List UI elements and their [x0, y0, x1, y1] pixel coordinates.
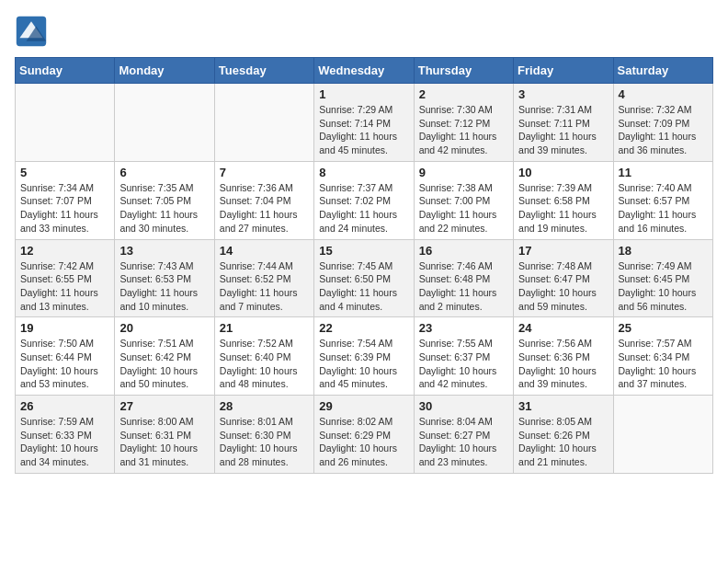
day-number: 15: [319, 244, 408, 258]
day-info: Sunrise: 7:34 AM Sunset: 7:07 PM Dayligh…: [20, 181, 109, 236]
day-number: 16: [419, 244, 508, 258]
calendar-cell: 24Sunrise: 7:56 AM Sunset: 6:36 PM Dayli…: [514, 317, 613, 396]
day-number: 5: [20, 166, 109, 179]
calendar-cell: 23Sunrise: 7:55 AM Sunset: 6:37 PM Dayli…: [414, 317, 513, 396]
calendar: SundayMondayTuesdayWednesdayThursdayFrid…: [15, 57, 713, 474]
day-info: Sunrise: 7:45 AM Sunset: 6:50 PM Dayligh…: [319, 259, 408, 314]
day-number: 17: [518, 244, 608, 258]
calendar-cell: 27Sunrise: 8:00 AM Sunset: 6:31 PM Dayli…: [115, 396, 214, 474]
day-info: Sunrise: 7:51 AM Sunset: 6:42 PM Dayligh…: [119, 337, 209, 391]
calendar-cell: 19Sunrise: 7:50 AM Sunset: 6:44 PM Dayli…: [16, 317, 115, 396]
day-info: Sunrise: 7:31 AM Sunset: 7:11 PM Dayligh…: [518, 103, 608, 157]
calendar-cell: 28Sunrise: 8:01 AM Sunset: 6:30 PM Dayli…: [214, 396, 313, 474]
day-info: Sunrise: 7:57 AM Sunset: 6:34 PM Dayligh…: [619, 337, 708, 391]
day-number: 8: [319, 166, 408, 179]
day-info: Sunrise: 8:05 AM Sunset: 6:26 PM Dayligh…: [518, 415, 608, 469]
day-number: 25: [619, 321, 708, 335]
day-number: 31: [518, 399, 608, 413]
day-number: 14: [220, 244, 309, 258]
day-number: 3: [518, 87, 608, 101]
day-info: Sunrise: 7:49 AM Sunset: 6:45 PM Dayligh…: [619, 259, 708, 314]
day-info: Sunrise: 7:32 AM Sunset: 7:09 PM Dayligh…: [619, 103, 708, 157]
day-info: Sunrise: 7:35 AM Sunset: 7:05 PM Dayligh…: [119, 181, 209, 236]
calendar-cell: 2Sunrise: 7:30 AM Sunset: 7:12 PM Daylig…: [414, 84, 513, 162]
day-number: 26: [20, 399, 109, 413]
calendar-cell: 22Sunrise: 7:54 AM Sunset: 6:39 PM Dayli…: [314, 317, 414, 396]
day-number: 27: [119, 399, 209, 413]
day-info: Sunrise: 7:36 AM Sunset: 7:04 PM Dayligh…: [220, 181, 309, 236]
day-number: 7: [220, 166, 309, 179]
day-info: Sunrise: 7:30 AM Sunset: 7:12 PM Dayligh…: [419, 103, 508, 157]
day-info: Sunrise: 8:00 AM Sunset: 6:31 PM Dayligh…: [119, 415, 209, 469]
day-number: 18: [619, 244, 708, 258]
calendar-dow-monday: Monday: [115, 58, 214, 84]
calendar-dow-tuesday: Tuesday: [214, 58, 313, 84]
day-info: Sunrise: 7:56 AM Sunset: 6:36 PM Dayligh…: [518, 337, 608, 391]
calendar-cell: 15Sunrise: 7:45 AM Sunset: 6:50 PM Dayli…: [314, 239, 414, 317]
day-number: 4: [619, 87, 708, 101]
calendar-week-row: 12Sunrise: 7:42 AM Sunset: 6:55 PM Dayli…: [16, 239, 713, 317]
calendar-cell: 1Sunrise: 7:29 AM Sunset: 7:14 PM Daylig…: [314, 84, 414, 162]
calendar-cell: 10Sunrise: 7:39 AM Sunset: 6:58 PM Dayli…: [514, 161, 613, 239]
calendar-cell: 25Sunrise: 7:57 AM Sunset: 6:34 PM Dayli…: [613, 317, 712, 396]
calendar-cell: 4Sunrise: 7:32 AM Sunset: 7:09 PM Daylig…: [613, 84, 712, 162]
calendar-dow-saturday: Saturday: [613, 58, 712, 84]
day-info: Sunrise: 7:40 AM Sunset: 6:57 PM Dayligh…: [619, 181, 708, 236]
day-number: 1: [319, 87, 408, 101]
logo: [15, 15, 51, 48]
day-info: Sunrise: 7:48 AM Sunset: 6:47 PM Dayligh…: [518, 259, 608, 314]
day-info: Sunrise: 7:59 AM Sunset: 6:33 PM Dayligh…: [20, 415, 109, 469]
day-info: Sunrise: 7:44 AM Sunset: 6:52 PM Dayligh…: [220, 259, 309, 314]
day-info: Sunrise: 7:37 AM Sunset: 7:02 PM Dayligh…: [319, 181, 408, 236]
day-info: Sunrise: 8:04 AM Sunset: 6:27 PM Dayligh…: [419, 415, 508, 469]
calendar-cell: 30Sunrise: 8:04 AM Sunset: 6:27 PM Dayli…: [414, 396, 513, 474]
day-number: 24: [518, 321, 608, 335]
calendar-cell: 3Sunrise: 7:31 AM Sunset: 7:11 PM Daylig…: [514, 84, 613, 162]
calendar-cell: 11Sunrise: 7:40 AM Sunset: 6:57 PM Dayli…: [613, 161, 712, 239]
day-number: 11: [619, 166, 708, 179]
day-number: 13: [119, 244, 209, 258]
logo-icon: [15, 15, 48, 48]
day-info: Sunrise: 7:54 AM Sunset: 6:39 PM Dayligh…: [319, 337, 408, 391]
day-info: Sunrise: 8:02 AM Sunset: 6:29 PM Dayligh…: [319, 415, 408, 469]
day-number: 9: [419, 166, 508, 179]
day-info: Sunrise: 7:43 AM Sunset: 6:53 PM Dayligh…: [119, 259, 209, 314]
calendar-cell: 8Sunrise: 7:37 AM Sunset: 7:02 PM Daylig…: [314, 161, 414, 239]
day-number: 29: [319, 399, 408, 413]
calendar-week-row: 1Sunrise: 7:29 AM Sunset: 7:14 PM Daylig…: [16, 84, 713, 162]
day-info: Sunrise: 7:42 AM Sunset: 6:55 PM Dayligh…: [20, 259, 109, 314]
day-info: Sunrise: 7:50 AM Sunset: 6:44 PM Dayligh…: [20, 337, 109, 391]
calendar-header-row: SundayMondayTuesdayWednesdayThursdayFrid…: [16, 58, 713, 84]
calendar-cell: 18Sunrise: 7:49 AM Sunset: 6:45 PM Dayli…: [613, 239, 712, 317]
day-number: 6: [119, 166, 209, 179]
calendar-cell: [613, 396, 712, 474]
calendar-cell: 9Sunrise: 7:38 AM Sunset: 7:00 PM Daylig…: [414, 161, 513, 239]
day-info: Sunrise: 7:46 AM Sunset: 6:48 PM Dayligh…: [419, 259, 508, 314]
calendar-cell: [16, 84, 115, 162]
calendar-week-row: 5Sunrise: 7:34 AM Sunset: 7:07 PM Daylig…: [16, 161, 713, 239]
calendar-cell: 7Sunrise: 7:36 AM Sunset: 7:04 PM Daylig…: [214, 161, 313, 239]
day-info: Sunrise: 7:38 AM Sunset: 7:00 PM Dayligh…: [419, 181, 508, 236]
calendar-cell: 26Sunrise: 7:59 AM Sunset: 6:33 PM Dayli…: [16, 396, 115, 474]
day-number: 10: [518, 166, 608, 179]
calendar-dow-sunday: Sunday: [16, 58, 115, 84]
calendar-cell: 16Sunrise: 7:46 AM Sunset: 6:48 PM Dayli…: [414, 239, 513, 317]
day-info: Sunrise: 7:39 AM Sunset: 6:58 PM Dayligh…: [518, 181, 608, 236]
day-number: 30: [419, 399, 508, 413]
day-number: 12: [20, 244, 109, 258]
day-number: 22: [319, 321, 408, 335]
calendar-cell: 21Sunrise: 7:52 AM Sunset: 6:40 PM Dayli…: [214, 317, 313, 396]
day-number: 20: [119, 321, 209, 335]
calendar-cell: 20Sunrise: 7:51 AM Sunset: 6:42 PM Dayli…: [115, 317, 214, 396]
day-number: 19: [20, 321, 109, 335]
calendar-cell: 5Sunrise: 7:34 AM Sunset: 7:07 PM Daylig…: [16, 161, 115, 239]
day-number: 2: [419, 87, 508, 101]
calendar-week-row: 19Sunrise: 7:50 AM Sunset: 6:44 PM Dayli…: [16, 317, 713, 396]
day-info: Sunrise: 8:01 AM Sunset: 6:30 PM Dayligh…: [220, 415, 309, 469]
calendar-cell: 29Sunrise: 8:02 AM Sunset: 6:29 PM Dayli…: [314, 396, 414, 474]
day-info: Sunrise: 7:52 AM Sunset: 6:40 PM Dayligh…: [220, 337, 309, 391]
page-header: [15, 15, 713, 48]
calendar-cell: [115, 84, 214, 162]
calendar-dow-wednesday: Wednesday: [314, 58, 414, 84]
calendar-cell: 13Sunrise: 7:43 AM Sunset: 6:53 PM Dayli…: [115, 239, 214, 317]
